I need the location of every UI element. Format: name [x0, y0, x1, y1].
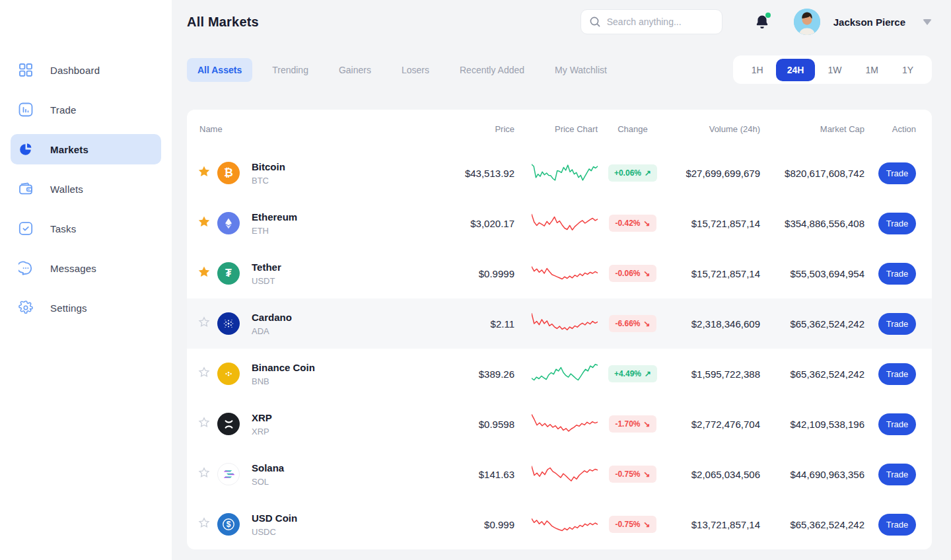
- tab-losers[interactable]: Losers: [391, 58, 440, 82]
- tab-all-assets[interactable]: All Assets: [187, 58, 252, 82]
- favorite-star-filled[interactable]: [197, 215, 217, 231]
- trade-button[interactable]: Trade: [878, 313, 916, 335]
- action-cell: Trade: [864, 162, 916, 184]
- time-range-1y[interactable]: 1Y: [891, 59, 925, 81]
- change-cell: -0.75% ↘: [598, 516, 668, 533]
- price-cell: $3,020.17: [446, 218, 514, 229]
- volume-cell: $2,065,034,506: [668, 469, 760, 480]
- tab-trending[interactable]: Trending: [262, 58, 319, 82]
- eth-icon: [217, 212, 240, 234]
- action-cell: Trade: [864, 363, 916, 385]
- coin-name-cell: Solana SOL: [252, 462, 446, 487]
- time-range-1w[interactable]: 1W: [816, 59, 853, 81]
- change-badge: +4.49% ↗: [608, 365, 657, 382]
- change-cell: -0.06% ↘: [598, 265, 668, 282]
- market-cap-cell: $65,362,524,242: [760, 368, 864, 380]
- sidebar-nav: Dashboard Trade Markets Wallets Tasks Me…: [0, 55, 172, 323]
- svg-text:$: $: [227, 520, 231, 529]
- sidebar-item-tasks[interactable]: Tasks: [11, 213, 161, 244]
- trend-up-arrow-icon: ↗: [645, 369, 651, 378]
- trend-down-arrow-icon: ↘: [643, 470, 650, 479]
- coin-symbol: ETH: [252, 226, 446, 236]
- time-range-24h[interactable]: 24H: [776, 59, 816, 81]
- favorite-star-outline[interactable]: [197, 316, 217, 332]
- sidebar-item-dashboard[interactable]: Dashboard: [11, 55, 161, 85]
- tab-my-watchlist[interactable]: My Watchlist: [544, 58, 617, 82]
- trend-down-arrow-icon: ↘: [643, 520, 650, 529]
- bnb-icon: [217, 363, 240, 385]
- trade-button[interactable]: Trade: [878, 413, 916, 435]
- coin-name-cell: USD Coin USDC: [252, 512, 446, 537]
- coin-icon-cell: [217, 312, 252, 335]
- coin-name-cell: Cardano ADA: [252, 312, 446, 336]
- markets-icon: [18, 142, 33, 157]
- change-badge: -0.06% ↘: [609, 265, 656, 282]
- favorite-star-outline[interactable]: [197, 366, 217, 382]
- trade-button[interactable]: Trade: [878, 514, 916, 536]
- favorite-star-filled[interactable]: [197, 165, 217, 181]
- coin-name: Binance Coin: [252, 362, 446, 373]
- tab-gainers[interactable]: Gainers: [328, 58, 382, 82]
- sidebar-item-settings[interactable]: Settings: [11, 293, 161, 323]
- trade-button[interactable]: Trade: [878, 464, 916, 485]
- sidebar-item-label: Tasks: [50, 223, 76, 234]
- sidebar-item-markets[interactable]: Markets: [11, 134, 161, 164]
- table-row: Cardano ADA $2.11 -6.66% ↘ $2,318,346,60…: [187, 298, 932, 349]
- coin-symbol: XRP: [252, 427, 446, 437]
- coin-symbol: BTC: [252, 176, 446, 186]
- price-cell: $43,513.92: [446, 168, 514, 179]
- filter-row: All AssetsTrendingGainersLosersRecently …: [187, 55, 932, 84]
- notification-bell-button[interactable]: [754, 14, 770, 30]
- coin-name-cell: Tether USDT: [252, 262, 446, 286]
- favorite-star-filled[interactable]: [197, 265, 217, 281]
- topbar-right: Jackson Pierce: [581, 9, 932, 35]
- volume-cell: $1,595,722,388: [668, 368, 760, 380]
- favorite-star-outline[interactable]: [197, 416, 217, 432]
- search-box[interactable]: [581, 9, 722, 34]
- dashboard-icon: [18, 63, 33, 77]
- change-cell: +4.49% ↗: [598, 365, 668, 382]
- coin-symbol: USDC: [252, 527, 446, 537]
- change-cell: +0.06% ↗: [598, 164, 668, 182]
- trade-button[interactable]: Trade: [878, 213, 916, 234]
- coin-name-cell: XRP XRP: [252, 412, 446, 437]
- sidebar-item-trade[interactable]: Trade: [11, 94, 161, 125]
- trade-button[interactable]: Trade: [878, 363, 916, 385]
- action-cell: Trade: [864, 413, 916, 435]
- coin-icon-cell: [217, 212, 252, 234]
- market-cap-cell: $820,617,608,742: [760, 168, 864, 179]
- coin-symbol: BNB: [252, 376, 446, 386]
- column-header-name: Name: [197, 124, 446, 134]
- price-chart-sparkline: [514, 511, 598, 538]
- trade-button[interactable]: Trade: [878, 263, 916, 285]
- table-row: ₮ Tether USDT $0.9999 -0.06% ↘ $15,721,8…: [187, 248, 932, 298]
- volume-cell: $13,721,857,14: [668, 519, 760, 530]
- tab-recently-added[interactable]: Recently Added: [449, 58, 535, 82]
- table-body: ₿ Bitcoin BTC $43,513.92 +0.06% ↗ $27,69…: [187, 148, 932, 549]
- price-chart-sparkline: [514, 411, 598, 437]
- xrp-icon: [217, 413, 240, 435]
- trade-button[interactable]: Trade: [878, 162, 916, 184]
- coin-name: Tether: [252, 262, 446, 273]
- avatar[interactable]: [794, 9, 820, 35]
- coin-name: Solana: [252, 462, 446, 473]
- price-chart-sparkline: [514, 160, 598, 186]
- column-header-action: Action: [864, 124, 916, 134]
- change-badge: -1.70% ↘: [609, 415, 656, 433]
- search-input[interactable]: [607, 17, 714, 27]
- time-range-1h[interactable]: 1H: [740, 59, 775, 81]
- action-cell: Trade: [864, 263, 916, 285]
- chevron-down-icon[interactable]: [923, 19, 932, 25]
- favorite-star-outline[interactable]: [197, 466, 217, 482]
- sidebar-item-wallets[interactable]: Wallets: [11, 174, 161, 204]
- time-range-1m[interactable]: 1M: [854, 59, 889, 81]
- coin-name-cell: Ethereum ETH: [252, 211, 446, 236]
- markets-table: Name Price Price Chart Change Volume (24…: [187, 110, 932, 549]
- change-cell: -0.42% ↘: [598, 215, 668, 232]
- favorite-star-outline[interactable]: [197, 516, 217, 532]
- usdc-icon: $: [217, 513, 240, 536]
- coin-name: Ethereum: [252, 211, 446, 223]
- sidebar-item-messages[interactable]: Messages: [11, 253, 161, 283]
- time-range-group: 1H24H1W1M1Y: [733, 55, 932, 84]
- coin-name: Cardano: [252, 312, 446, 323]
